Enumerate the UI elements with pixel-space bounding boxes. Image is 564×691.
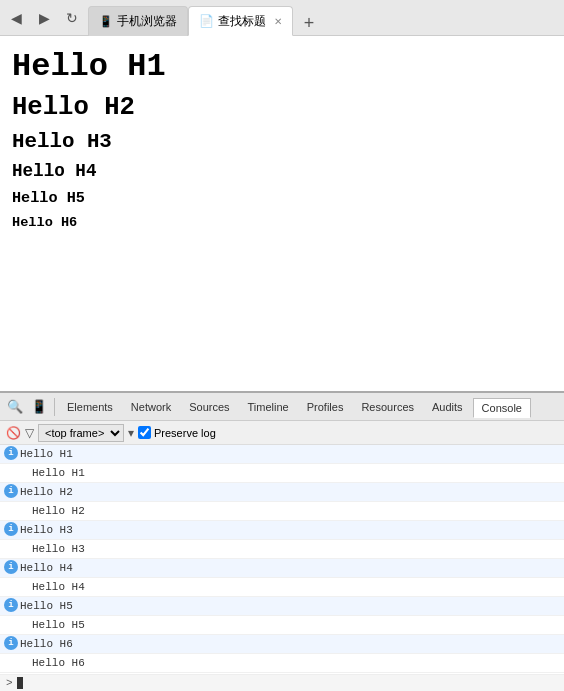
tab-find-title-label: 查找标题 xyxy=(218,13,266,30)
tab-profiles[interactable]: Profiles xyxy=(299,398,352,416)
devtools-mobile-button[interactable]: 📱 xyxy=(28,396,50,418)
browser-chrome: ◀ ▶ ↻ 📱 手机浏览器 📄 查找标题 ✕ + xyxy=(0,0,564,36)
tab-resources[interactable]: Resources xyxy=(353,398,422,416)
console-info-row: iHello H5 xyxy=(0,597,564,616)
devtools-panel: 🔍 📱 Elements Network Sources Timeline Pr… xyxy=(0,391,564,691)
tab-elements[interactable]: Elements xyxy=(59,398,121,416)
frame-dropdown-arrow[interactable]: ▾ xyxy=(128,426,134,440)
info-icon: i xyxy=(4,636,18,650)
console-cursor xyxy=(17,677,23,689)
back-button[interactable]: ◀ xyxy=(4,6,28,30)
console-text: Hello H2 xyxy=(32,503,85,519)
frame-selector[interactable]: <top frame> xyxy=(38,424,124,442)
heading-h6: Hello H6 xyxy=(12,215,552,230)
console-info-row: iHello H1 xyxy=(0,445,564,464)
refresh-button[interactable]: ↻ xyxy=(60,6,84,30)
preserve-log-label[interactable]: Preserve log xyxy=(138,426,216,439)
heading-h2: Hello H2 xyxy=(12,93,552,122)
console-text: Hello H3 xyxy=(32,541,85,557)
heading-h4: Hello H4 xyxy=(12,161,552,181)
tabs-area: 📱 手机浏览器 📄 查找标题 ✕ + xyxy=(88,0,560,35)
info-icon: i xyxy=(4,560,18,574)
console-text: Hello H4 xyxy=(20,560,73,576)
page-content: Hello H1 Hello H2 Hello H3 Hello H4 Hell… xyxy=(0,36,564,391)
console-output[interactable]: iHello H1Hello H1iHello H2Hello H2iHello… xyxy=(0,445,564,674)
clear-console-button[interactable]: 🚫 xyxy=(6,426,21,440)
console-info-row: iHello H3 xyxy=(0,521,564,540)
devtools-toolbar: 🔍 📱 Elements Network Sources Timeline Pr… xyxy=(0,393,564,421)
console-plain-row: Hello H1 xyxy=(0,464,564,483)
tab-find-title-icon: 📄 xyxy=(199,14,214,28)
console-text: Hello H4 xyxy=(32,579,85,595)
forward-button[interactable]: ▶ xyxy=(32,6,56,30)
console-plain-row: Hello H4 xyxy=(0,578,564,597)
heading-h3: Hello H3 xyxy=(12,130,552,153)
console-plain-row: Hello H3 xyxy=(0,540,564,559)
heading-h1: Hello H1 xyxy=(12,48,552,85)
console-text: Hello H3 xyxy=(20,522,73,538)
tab-phone-browser[interactable]: 📱 手机浏览器 xyxy=(88,6,188,36)
tab-find-title[interactable]: 📄 查找标题 ✕ xyxy=(188,6,293,36)
console-info-row: iHello H2 xyxy=(0,483,564,502)
console-info-row: iHello H4 xyxy=(0,559,564,578)
console-info-row: iHello H6 xyxy=(0,635,564,654)
console-text: Hello H6 xyxy=(20,636,73,652)
console-text: Hello H5 xyxy=(32,617,85,633)
new-tab-button[interactable]: + xyxy=(297,11,321,35)
preserve-log-text: Preserve log xyxy=(154,427,216,439)
console-text: Hello H1 xyxy=(20,446,73,462)
console-text: Hello H6 xyxy=(32,655,85,671)
tab-close-button[interactable]: ✕ xyxy=(274,16,282,27)
tab-audits[interactable]: Audits xyxy=(424,398,471,416)
tab-network[interactable]: Network xyxy=(123,398,179,416)
tab-sources[interactable]: Sources xyxy=(181,398,237,416)
info-icon: i xyxy=(4,522,18,536)
console-plain-row: Hello H2 xyxy=(0,502,564,521)
console-prompt: > xyxy=(6,677,13,689)
toolbar-separator xyxy=(54,398,55,416)
heading-h5: Hello H5 xyxy=(12,189,552,207)
preserve-log-checkbox[interactable] xyxy=(138,426,151,439)
console-text: Hello H2 xyxy=(20,484,73,500)
console-plain-row: Hello H6 xyxy=(0,654,564,673)
tab-timeline[interactable]: Timeline xyxy=(240,398,297,416)
console-input-row: > xyxy=(0,674,564,691)
tab-console[interactable]: Console xyxy=(473,398,531,418)
info-icon: i xyxy=(4,598,18,612)
tab-phone-browser-label: 手机浏览器 xyxy=(117,13,177,30)
console-plain-row: Hello H5 xyxy=(0,616,564,635)
info-icon: i xyxy=(4,446,18,460)
console-text: Hello H1 xyxy=(32,465,85,481)
devtools-subtoolbar: 🚫 ▽ <top frame> ▾ Preserve log xyxy=(0,421,564,445)
phone-icon: 📱 xyxy=(99,15,113,28)
filter-button[interactable]: ▽ xyxy=(25,426,34,440)
devtools-search-button[interactable]: 🔍 xyxy=(4,396,26,418)
console-text: Hello H5 xyxy=(20,598,73,614)
info-icon: i xyxy=(4,484,18,498)
